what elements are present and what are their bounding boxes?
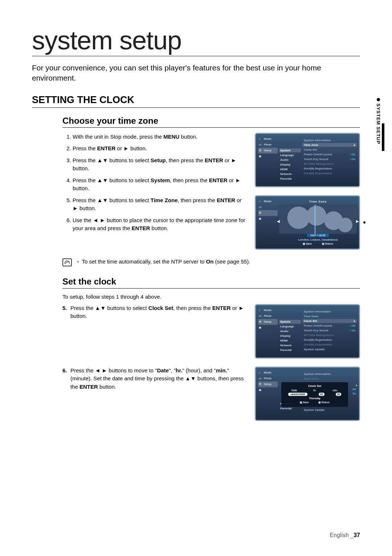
osd-r-divx: DivX(R) Registration xyxy=(302,167,357,171)
osd-r-clockset: Clock Set xyxy=(302,148,357,152)
osd-mid-hdmi: HDMI xyxy=(279,167,301,171)
osd-nav-extra-icon: ◉ xyxy=(258,387,278,393)
osd-nav-photo: ▭ xyxy=(258,204,278,210)
osd-col-date: Date xyxy=(291,389,297,392)
subheading-clock: Set the clock xyxy=(62,277,360,289)
osd-mid-display: Display xyxy=(279,334,301,338)
osd-r-divx: DivX(R) Registration xyxy=(302,338,357,342)
osd-r-clockset: Clock Set▸ xyxy=(302,319,357,323)
osd-figure-worldmap: ♪Music ▭ ⚙ ◉ Time Zone ◀▶ GMT + 00:00 Lo… xyxy=(255,195,360,250)
osd-figure-timezone: ♪Music ▭Photo ⚙Setup ◉ System Language A… xyxy=(255,133,360,187)
step-6: Use the ◄ ► button to place the cursor t… xyxy=(73,216,246,233)
osd-day-label: Thursday xyxy=(283,397,346,400)
osd-mid-parental: Parental xyxy=(279,406,301,410)
osd-mid-language: Language xyxy=(279,324,301,328)
osd-r-timezone: Time Zone xyxy=(302,377,357,381)
osd-r-sysup: System Update xyxy=(302,408,357,412)
osd-r-power: Power On/Off sound: On xyxy=(302,324,357,328)
osd-date-value: JAN/01/2009 xyxy=(288,393,307,396)
osd-r-touch: Touch Key Sound: On xyxy=(302,157,357,161)
osd-overlay-title: Clock Set xyxy=(283,384,346,388)
arrow-right-icon: ▸ xyxy=(356,384,358,387)
osd-r-touch: Touch Key Sound: On xyxy=(302,328,357,332)
osd-r-sysinfo: System Information xyxy=(302,372,357,376)
osd-map-title: Time Zone xyxy=(279,200,357,205)
osd-gmt-label: GMT + 00:00 xyxy=(307,234,329,237)
osd-nav-music: ♪Music xyxy=(258,307,278,313)
osd-mid-system: System xyxy=(279,320,301,324)
osd-r-divxd: DivX(R) Deactivation xyxy=(302,171,357,175)
osd-mid-network: Network xyxy=(279,172,301,176)
osd-save-button: ▣ Save xyxy=(303,242,312,245)
osd-nav-music: ♪Music xyxy=(258,370,278,376)
osd-nav-extra-icon: ◉ xyxy=(258,154,278,159)
step-3: Press the ▲▼ buttons to select Setup, th… xyxy=(73,156,246,173)
step-1: With the unit in Stop mode, press the ME… xyxy=(73,133,246,141)
clock-step-5: 5. Press the ▲▼ buttons to select Clock … xyxy=(62,304,246,320)
osd-mid-language: Language xyxy=(279,153,301,157)
osd-nav-setup: ⚙Setup xyxy=(258,148,278,154)
osd-city-label: London, Lisbon, Casablanca xyxy=(279,237,357,242)
osd-figure-clockset-overlay: ♪Music ▭Photo ⚙Setup ◉ Network Parental … xyxy=(255,367,360,421)
osd-return-button: ▣ Return xyxy=(318,401,330,404)
osd-hr-value: 00 xyxy=(319,393,324,396)
osd-nav-setup: ⚙Setup xyxy=(258,319,278,325)
osd-min-value: 00 xyxy=(336,393,342,396)
side-tab-system-setup: SYSTEM SETUP xyxy=(376,98,381,144)
step-5: Press the ▲▼ buttons to select Time Zone… xyxy=(73,196,246,213)
osd-mid-system: System xyxy=(279,148,301,152)
black-dot-marker xyxy=(363,221,366,224)
intro-text: For your convenience, you can set this p… xyxy=(32,63,360,83)
page-title: system setup xyxy=(32,25,360,56)
osd-nav-photo: ▭Photo xyxy=(258,142,278,148)
section-heading: SETTING THE CLOCK xyxy=(32,94,360,108)
subheading-timezone: Choose your time zone xyxy=(62,116,360,128)
osd-return-button: ▣ Return xyxy=(322,242,334,245)
arrow-right-icon: ▶ xyxy=(356,219,359,223)
osd-r-timezone: Time Zone xyxy=(302,314,357,318)
osd-nav-music: ♪Music xyxy=(258,199,278,204)
osd-nav-setup: ⚙ xyxy=(258,210,278,216)
osd-r-bd: BD Data Management xyxy=(302,162,357,166)
osd-mid-network: Network xyxy=(279,343,301,347)
note-icon xyxy=(62,258,72,266)
osd-mid-parental: Parental xyxy=(279,348,301,352)
osd-col-min: min. xyxy=(332,389,338,392)
osd-col-hr: hr. xyxy=(313,389,317,392)
osd-nav-setup: ⚙Setup xyxy=(258,381,278,387)
osd-r-power: Power On/Off sound: On xyxy=(302,152,357,156)
side-tab-marker xyxy=(382,123,384,151)
osd-nav-extra-icon: ◉ xyxy=(258,325,278,331)
osd-r-sysinfo: System Information xyxy=(302,138,357,142)
osd-nav-photo: ▭Photo xyxy=(258,313,278,319)
note-text: To set the time automatically, set the N… xyxy=(77,258,250,265)
osd-nav-photo: ▭Photo xyxy=(258,376,278,381)
osd-nav-music: ♪Music xyxy=(258,136,278,142)
step-4: Press the ▲▼ buttons to select System, t… xyxy=(73,176,246,193)
step-2: Press the ENTER or ► button. xyxy=(73,144,246,153)
osd-mid-audio: Audio xyxy=(279,329,301,333)
osd-save-button: ▣ Save xyxy=(300,401,309,404)
osd-on-value: On xyxy=(352,387,356,392)
osd-mid-audio: Audio xyxy=(279,158,301,162)
osd-figure-clockset-list: ♪Music ▭Photo ⚙Setup ◉ System Language A… xyxy=(255,304,360,359)
osd-mid-hdmi: HDMI xyxy=(279,339,301,343)
osd-r-sysinfo: System Information xyxy=(302,310,357,314)
osd-r-sysup: System Update xyxy=(302,347,357,351)
osd-r-bd: BD Data Management xyxy=(302,333,357,337)
osd-r-divxd: DivX(R) Deactivation xyxy=(302,343,357,347)
osd-mid-display: Display xyxy=(279,163,301,167)
osd-on-value: On xyxy=(352,392,356,396)
osd-mid-parental: Parental xyxy=(279,177,301,181)
clock-lead: To setup, follow steps 1 through 4 above… xyxy=(62,294,360,300)
timezone-steps: With the unit in Stop mode, press the ME… xyxy=(62,133,246,233)
osd-nav-extra-icon: ◉ xyxy=(258,216,278,222)
page-footer: English _37 xyxy=(330,532,360,539)
osd-r-timezone: Time Zone▸ xyxy=(302,143,357,147)
clock-step-6: 6. Press the ◄ ► buttons to move to "Dat… xyxy=(62,367,246,391)
osd-world-map: ◀▶ xyxy=(279,205,357,234)
